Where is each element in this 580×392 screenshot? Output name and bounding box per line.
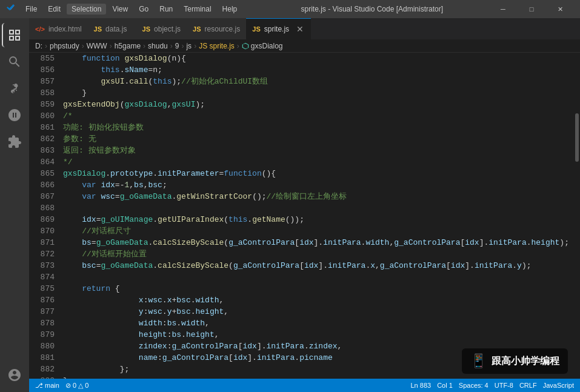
- activity-account[interactable]: [2, 363, 27, 387]
- tab-label-data-js: data.js: [105, 25, 127, 33]
- code-line-862: 参数: 无: [63, 133, 574, 145]
- vscode-logo: [6, 4, 16, 15]
- tab-label-resource-js: resource.js: [205, 25, 241, 33]
- code-line-863: 返回: 按钮参数对象: [63, 145, 574, 156]
- activity-explorer[interactable]: [2, 23, 26, 47]
- status-col[interactable]: Col 1: [437, 382, 453, 389]
- code-line-875: return {: [63, 283, 574, 294]
- status-language[interactable]: JavaScript: [543, 382, 574, 389]
- menu-edit[interactable]: Edit: [43, 4, 65, 15]
- status-errors[interactable]: ⊘ 0 △ 0: [65, 382, 88, 390]
- status-spaces[interactable]: Spaces: 4: [459, 382, 488, 389]
- editor: 855 856 857 858 859 860 861 862 863 864 …: [29, 53, 580, 379]
- close-button[interactable]: ✕: [546, 0, 574, 18]
- code-line-864: */: [63, 156, 574, 168]
- code-line-868: [63, 202, 574, 214]
- line-numbers: 855 856 857 858 859 860 861 862 863 864 …: [29, 53, 61, 379]
- menu-go[interactable]: Go: [134, 4, 153, 15]
- status-branch[interactable]: ⎇ main: [35, 382, 59, 390]
- scrollbar-thumb[interactable]: [575, 113, 579, 162]
- activity-source-control[interactable]: [2, 76, 27, 101]
- activity-search[interactable]: [2, 50, 27, 74]
- status-ln-col[interactable]: Ln 883: [410, 382, 431, 389]
- tab-label-index-html: index.html: [48, 25, 82, 33]
- tab-label-object-js: object.js: [154, 25, 181, 33]
- code-line-856: this.sName=n;: [63, 64, 574, 76]
- menu-terminal[interactable]: Terminal: [179, 4, 216, 15]
- code-line-883: }: [63, 375, 574, 379]
- breadcrumb-gxsdialog[interactable]: gxsDialog: [242, 42, 283, 50]
- window-title: sprite.js - Visual Studio Code [Administ…: [255, 5, 490, 13]
- tab-resource-js[interactable]: JS resource.js: [187, 18, 246, 39]
- breadcrumb-www[interactable]: WWW: [87, 42, 107, 50]
- breadcrumb-drive[interactable]: D:: [35, 42, 42, 50]
- breadcrumb: D: › phpstudy › WWW › h5game › shudu › 9…: [29, 39, 580, 53]
- breadcrumb-spritejs[interactable]: JS sprite.js: [199, 42, 235, 50]
- code-line-872: //对话框开始位置: [63, 248, 574, 260]
- code-line-867: var wsc=g_oGameData.getWinStrartCoor();/…: [63, 191, 574, 202]
- activity-bar: [0, 18, 29, 392]
- code-line-879: height:bs.height,: [63, 329, 574, 341]
- menu-bar: File Edit Selection View Go Run Terminal…: [21, 4, 255, 15]
- code-line-866: var idx=-1,bs,bsc;: [63, 179, 574, 191]
- code-content[interactable]: function gxsDialog(n){ this.sName=n; gxs…: [61, 53, 574, 379]
- status-encoding[interactable]: UTF-8: [495, 382, 513, 389]
- watermark: 📱 跟高小帅学编程: [462, 348, 568, 374]
- status-bar: ⎇ main ⊘ 0 △ 0 Ln 883 Col 1 Spaces: 4 UT…: [29, 379, 580, 392]
- code-line-859: gxsExtendObj(gxsDialog,gxsUI);: [63, 99, 574, 110]
- code-line-874: [63, 271, 574, 283]
- breadcrumb-phpstudy[interactable]: phpstudy: [50, 42, 79, 50]
- breadcrumb-9[interactable]: 9: [175, 42, 179, 50]
- menu-view[interactable]: View: [107, 4, 133, 15]
- tab-data-js[interactable]: JS data.js: [88, 18, 136, 39]
- code-line-876: x:wsc.x+bsc.width,: [63, 294, 574, 306]
- main-area: </> index.html JS data.js JS object.js J…: [29, 18, 580, 392]
- title-bar: File Edit Selection View Go Run Terminal…: [0, 0, 580, 18]
- breadcrumb-h5game[interactable]: h5game: [115, 42, 141, 50]
- breadcrumb-shudu[interactable]: shudu: [148, 42, 168, 50]
- minimize-button[interactable]: ─: [489, 0, 517, 18]
- code-line-855: function gxsDialog(n){: [63, 53, 574, 64]
- code-line-860: /*: [63, 110, 574, 122]
- code-line-871: bs=g_oGameData.calcSizeByScale(g_aContro…: [63, 237, 574, 248]
- js-file-icon-data: JS: [94, 25, 102, 33]
- tab-label-sprite-js: sprite.js: [264, 25, 289, 33]
- tab-index-html[interactable]: </> index.html: [29, 18, 88, 39]
- code-line-858: }: [63, 87, 574, 99]
- code-line-857: gxsUI.call(this);//初始化aChildUI数组: [63, 76, 574, 87]
- code-line-865: gxsDialog.prototype.initParameter=functi…: [63, 168, 574, 179]
- activity-run-debug[interactable]: [2, 103, 27, 127]
- window-controls: ─ □ ✕: [489, 0, 574, 18]
- js-file-icon-sprite: JS: [252, 25, 260, 33]
- menu-help[interactable]: Help: [218, 4, 242, 15]
- scrollbar[interactable]: [574, 53, 580, 379]
- code-line-869: idx=g_oUIManage.getUIParaIndex(this.getN…: [63, 214, 574, 225]
- watermark-text: 跟高小帅学编程: [492, 355, 559, 368]
- js-file-icon-object: JS: [142, 25, 150, 33]
- code-line-878: width:bs.width,: [63, 317, 574, 329]
- code-line-873: bsc=g_oGameData.calcSizeByScale(g_aContr…: [63, 260, 574, 271]
- code-line-861: 功能: 初始化按钮参数: [63, 122, 574, 133]
- wechat-icon: 📱: [470, 353, 487, 369]
- breadcrumb-js[interactable]: js: [186, 42, 192, 50]
- menu-run[interactable]: Run: [155, 4, 178, 15]
- code-line-870: //对话框尺寸: [63, 225, 574, 237]
- html-file-icon: </>: [35, 25, 45, 33]
- menu-file[interactable]: File: [21, 4, 42, 15]
- code-line-877: y:wsc.y+bsc.height,: [63, 306, 574, 317]
- tab-sprite-js[interactable]: JS sprite.js ✕: [246, 18, 311, 39]
- menu-selection[interactable]: Selection: [67, 4, 106, 15]
- tab-object-js[interactable]: JS object.js: [136, 18, 187, 39]
- tab-bar: </> index.html JS data.js JS object.js J…: [29, 18, 580, 39]
- maximize-button[interactable]: □: [518, 0, 545, 18]
- status-eol[interactable]: CRLF: [519, 382, 537, 389]
- tab-close-sprite-js[interactable]: ✕: [295, 24, 305, 34]
- js-file-icon-resource: JS: [193, 25, 201, 33]
- activity-extensions[interactable]: [2, 130, 27, 154]
